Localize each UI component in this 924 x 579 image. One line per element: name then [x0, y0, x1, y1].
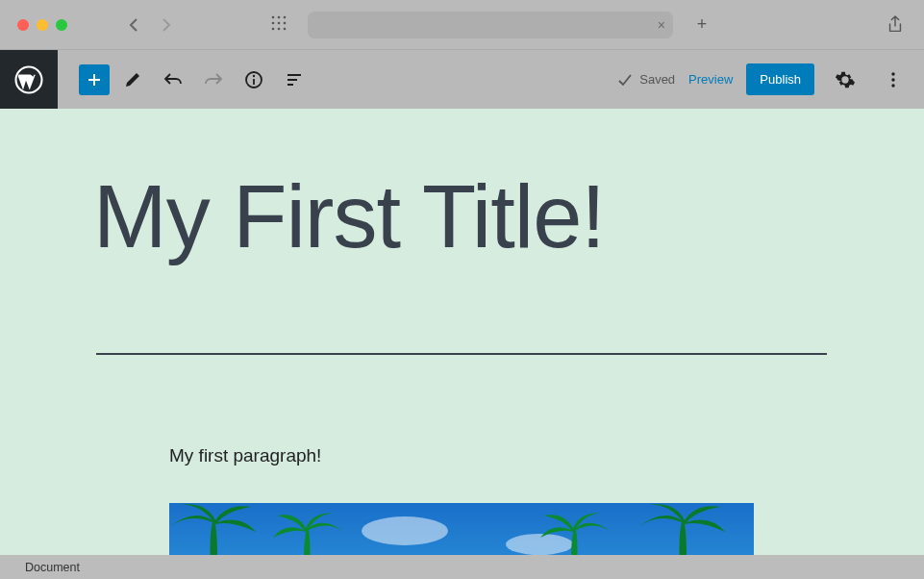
maximize-window-button[interactable]	[56, 19, 67, 31]
image-block[interactable]	[169, 503, 754, 555]
new-tab-button[interactable]: +	[690, 13, 713, 37]
palm-decoration	[169, 503, 265, 555]
show-tabs-button[interactable]	[271, 15, 287, 35]
outline-button[interactable]	[277, 63, 312, 97]
list-view-icon	[284, 69, 305, 90]
wordpress-logo-button[interactable]	[0, 50, 58, 109]
separator-block[interactable]	[96, 353, 827, 355]
post-title[interactable]: My First Title!	[93, 166, 605, 267]
svg-point-14	[891, 84, 894, 87]
address-bar[interactable]: ×	[308, 12, 673, 38]
svg-point-1	[278, 15, 281, 18]
svg-point-3	[272, 21, 275, 24]
toolbar-right-group: Saved Preview Publish	[616, 63, 911, 97]
palm-decoration	[629, 503, 735, 555]
block-breadcrumb: Document	[0, 555, 924, 579]
cloud-decoration	[362, 516, 448, 545]
info-icon	[243, 69, 264, 90]
share-icon	[887, 15, 904, 35]
browser-tab-bar: × +	[0, 0, 924, 50]
preview-button[interactable]: Preview	[688, 72, 733, 87]
gear-icon	[835, 69, 856, 90]
svg-point-12	[891, 72, 894, 75]
svg-point-11	[253, 74, 255, 76]
editor-canvas[interactable]: My First Title! My first paragraph!	[0, 109, 924, 555]
clear-address-icon[interactable]: ×	[658, 17, 665, 33]
svg-point-0	[272, 15, 275, 18]
wordpress-icon	[14, 65, 43, 94]
forward-button[interactable]	[154, 13, 177, 37]
close-window-button[interactable]	[17, 19, 29, 31]
grid-icon	[271, 15, 287, 31]
svg-point-4	[278, 21, 281, 24]
window-controls	[17, 19, 67, 31]
saved-label: Saved	[639, 72, 675, 87]
back-button[interactable]	[123, 13, 146, 37]
settings-button[interactable]	[828, 63, 862, 97]
svg-point-7	[278, 27, 281, 30]
add-block-button[interactable]	[79, 64, 110, 95]
palm-decoration	[265, 513, 352, 555]
svg-point-13	[891, 78, 894, 81]
kebab-icon	[883, 69, 904, 90]
toolbar-left-group	[58, 63, 312, 97]
info-button[interactable]	[237, 63, 271, 97]
redo-icon	[203, 69, 224, 90]
svg-point-5	[284, 21, 287, 24]
share-button[interactable]	[884, 13, 907, 37]
svg-point-6	[272, 27, 275, 30]
plus-icon	[85, 70, 104, 89]
palm-decoration	[533, 513, 619, 555]
editor-toolbar: Saved Preview Publish	[0, 50, 924, 109]
checkmark-icon	[616, 71, 634, 88]
svg-point-8	[284, 27, 287, 30]
edit-mode-button[interactable]	[115, 63, 150, 97]
redo-button[interactable]	[196, 63, 231, 97]
chevron-right-icon	[158, 17, 173, 33]
pencil-icon	[123, 70, 142, 89]
undo-icon	[162, 69, 184, 90]
chevron-left-icon	[127, 17, 142, 33]
svg-point-2	[284, 15, 287, 18]
more-options-button[interactable]	[876, 63, 911, 97]
minimize-window-button[interactable]	[37, 19, 48, 31]
breadcrumb-root[interactable]: Document	[25, 561, 80, 574]
publish-button[interactable]: Publish	[746, 63, 814, 95]
undo-button[interactable]	[156, 63, 190, 97]
save-status: Saved	[616, 71, 675, 88]
paragraph-block[interactable]: My first paragraph!	[169, 445, 321, 466]
